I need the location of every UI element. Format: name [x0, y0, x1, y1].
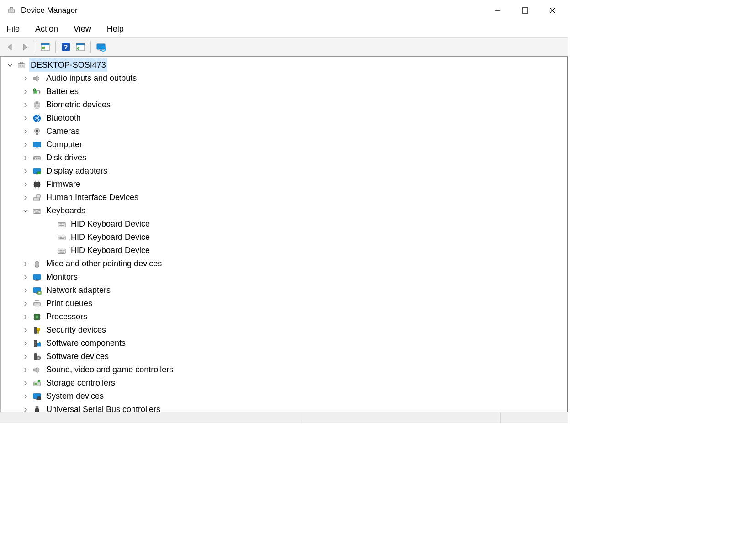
tree-item-label[interactable]: Computer	[45, 138, 84, 151]
expander-collapsed-icon[interactable]	[21, 339, 30, 348]
toolbar-properties-button[interactable]	[39, 41, 52, 53]
tree-row[interactable]: Batteries	[5, 85, 567, 98]
software-device-icon	[32, 352, 42, 362]
expander-collapsed-icon[interactable]	[21, 405, 30, 412]
menu-action[interactable]: Action	[33, 22, 60, 36]
tree-item-label[interactable]: HID Keyboard Device	[69, 217, 151, 231]
svg-rect-83	[35, 300, 39, 302]
tree-item-label[interactable]: Disk drives	[45, 151, 88, 164]
tree-item-label[interactable]: Audio inputs and outputs	[45, 72, 138, 85]
expander-collapsed-icon[interactable]	[21, 312, 30, 322]
expander-collapsed-icon[interactable]	[21, 273, 30, 282]
tree-row[interactable]: Display adapters	[5, 164, 567, 178]
tree-item-label[interactable]: Human Interface Devices	[45, 191, 140, 204]
tree-row[interactable]: Disk drives	[5, 151, 567, 164]
tree-row[interactable]: DESKTOP-SOSI473	[5, 58, 567, 72]
tree-item-label[interactable]: Keyboards	[45, 204, 87, 217]
device-tree[interactable]: DESKTOP-SOSI473Audio inputs and outputsB…	[0, 57, 568, 412]
tree-item-label[interactable]: Universal Serial Bus controllers	[45, 403, 162, 412]
tree-row[interactable]: HID Keyboard Device	[5, 217, 567, 231]
tree-row[interactable]: Audio inputs and outputs	[5, 72, 567, 85]
expander-collapsed-icon[interactable]	[21, 259, 30, 269]
tree-row[interactable]: Software components	[5, 337, 567, 350]
svg-rect-20	[18, 63, 25, 68]
toolbar-scan-button[interactable]	[74, 41, 87, 53]
tree-item-label[interactable]: Software components	[45, 337, 127, 350]
expander-collapsed-icon[interactable]	[21, 299, 30, 308]
tree-item-label[interactable]: HID Keyboard Device	[69, 244, 151, 257]
expander-collapsed-icon[interactable]	[21, 286, 30, 295]
tree-row[interactable]: Bluetooth	[5, 111, 567, 125]
tree-row[interactable]: HID Keyboard Device	[5, 244, 567, 257]
tree-item-label[interactable]: Security devices	[45, 323, 107, 337]
expander-collapsed-icon[interactable]	[21, 379, 30, 388]
expander-collapsed-icon[interactable]	[21, 74, 30, 83]
tree-item-label[interactable]: Cameras	[45, 125, 81, 138]
tree-item-label[interactable]: Display adapters	[45, 164, 109, 178]
tree-row[interactable]: Universal Serial Bus controllers	[5, 403, 567, 412]
tree-row[interactable]: Print queues	[5, 297, 567, 310]
tree-row[interactable]: Storage controllers	[5, 376, 567, 390]
expander-collapsed-icon[interactable]	[21, 114, 30, 123]
tree-row[interactable]: Firmware	[5, 178, 567, 191]
tree-row[interactable]: Monitors	[5, 270, 567, 284]
tree-item-label[interactable]: Mice and other pointing devices	[45, 257, 163, 270]
tree-row[interactable]: Software devices	[5, 350, 567, 363]
tree-item-label[interactable]: Monitors	[45, 270, 79, 284]
title-bar[interactable]: Device Manager	[0, 0, 568, 21]
tree-item-label[interactable]: System devices	[45, 390, 105, 403]
svg-point-94	[38, 357, 40, 359]
tree-item-label[interactable]: Processors	[45, 310, 89, 323]
svg-rect-11	[42, 48, 45, 49]
minimize-button[interactable]	[484, 0, 511, 21]
toolbar-monitor-button[interactable]	[95, 41, 107, 53]
tree-item-label[interactable]: Bluetooth	[45, 111, 82, 125]
svg-rect-42	[35, 182, 40, 187]
tree-item-label[interactable]: HID Keyboard Device	[69, 231, 151, 244]
tree-row[interactable]: HID Keyboard Device	[5, 231, 567, 244]
tree-item-label[interactable]: Storage controllers	[45, 376, 117, 390]
tree-row[interactable]: Computer	[5, 138, 567, 151]
expander-collapsed-icon[interactable]	[21, 167, 30, 176]
tree-row[interactable]: Sound, video and game controllers	[5, 363, 567, 376]
tree-row[interactable]: Biometric devices	[5, 98, 567, 111]
close-button[interactable]	[539, 0, 566, 21]
toolbar-forward-button[interactable]	[18, 41, 31, 53]
tree-row[interactable]: Cameras	[5, 125, 567, 138]
menu-file[interactable]: File	[5, 22, 21, 36]
expander-expanded-icon[interactable]	[21, 206, 30, 216]
tree-row[interactable]: Security devices	[5, 323, 567, 337]
tree-item-label[interactable]: Sound, video and game controllers	[45, 363, 175, 376]
tree-item-label[interactable]: Biometric devices	[45, 98, 112, 111]
menu-view[interactable]: View	[72, 22, 93, 36]
expander-collapsed-icon[interactable]	[21, 100, 30, 110]
tree-row[interactable]: Processors	[5, 310, 567, 323]
expander-collapsed-icon[interactable]	[21, 326, 30, 335]
expander-collapsed-icon[interactable]	[21, 180, 30, 189]
tree-row[interactable]: Human Interface Devices	[5, 191, 567, 204]
expander-collapsed-icon[interactable]	[21, 153, 30, 163]
expander-collapsed-icon[interactable]	[21, 193, 30, 202]
expander-collapsed-icon[interactable]	[21, 365, 30, 375]
toolbar-back-button[interactable]	[4, 41, 16, 53]
maximize-button[interactable]	[511, 0, 539, 21]
tree-item-label[interactable]: Batteries	[45, 85, 80, 98]
tree-item-label[interactable]: DESKTOP-SOSI473	[29, 58, 107, 72]
svg-rect-0	[8, 9, 14, 13]
expander-expanded-icon[interactable]	[5, 61, 15, 70]
tree-row[interactable]: Mice and other pointing devices	[5, 257, 567, 270]
expander-collapsed-icon[interactable]	[21, 352, 30, 361]
tree-item-label[interactable]: Software devices	[45, 350, 110, 363]
tree-row[interactable]: System devices	[5, 390, 567, 403]
tree-row[interactable]: Keyboards	[5, 204, 567, 217]
tree-row[interactable]: Network adapters	[5, 284, 567, 297]
tree-item-label[interactable]: Firmware	[45, 178, 82, 191]
tree-item-label[interactable]: Print queues	[45, 297, 94, 310]
expander-collapsed-icon[interactable]	[21, 87, 30, 96]
toolbar-help-button[interactable]: ?	[59, 41, 72, 53]
expander-collapsed-icon[interactable]	[21, 392, 30, 401]
expander-collapsed-icon[interactable]	[21, 127, 30, 136]
expander-collapsed-icon[interactable]	[21, 140, 30, 149]
menu-help[interactable]: Help	[105, 22, 126, 36]
tree-item-label[interactable]: Network adapters	[45, 284, 112, 297]
